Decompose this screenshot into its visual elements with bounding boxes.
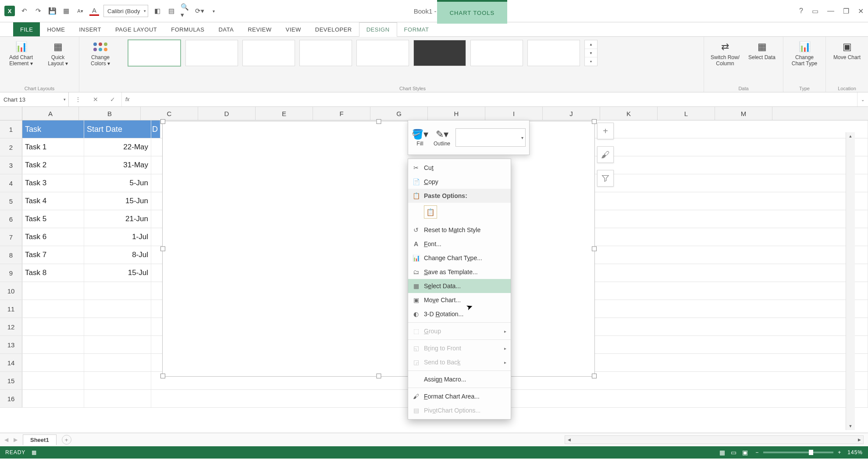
cell[interactable] <box>22 318 84 335</box>
cell[interactable]: Task 8 <box>22 264 84 282</box>
resize-handle[interactable] <box>160 374 165 378</box>
qat-refresh-icon[interactable]: ⟳▾ <box>195 6 204 16</box>
col-header-m[interactable]: M <box>715 107 772 120</box>
vertical-scrollbar[interactable]: ▲▼ <box>846 132 855 430</box>
chart-style-7[interactable] <box>470 40 523 66</box>
ctx-paste-option-1[interactable]: 📋 <box>408 203 511 223</box>
col-header-d[interactable]: D <box>198 107 256 120</box>
minimize-icon[interactable]: — <box>827 7 834 15</box>
col-header-k[interactable]: K <box>600 107 658 120</box>
col-header-b[interactable]: B <box>79 107 141 120</box>
tab-formulas[interactable]: FORMULAS <box>164 22 211 36</box>
col-header-e[interactable]: E <box>256 107 313 120</box>
ctx-font[interactable]: AFont... <box>408 237 511 251</box>
cell[interactable]: Task 1 <box>22 138 84 156</box>
cell[interactable]: Task 6 <box>22 228 84 246</box>
chart-style-8[interactable] <box>527 40 580 66</box>
chart-style-2[interactable] <box>185 40 238 66</box>
zoom-level[interactable]: 145% <box>847 449 863 455</box>
cell[interactable] <box>84 390 151 407</box>
col-header-l[interactable]: L <box>658 107 715 120</box>
formula-enter-icon[interactable]: ✓ <box>110 96 115 103</box>
chart-style-5[interactable] <box>356 40 409 66</box>
mini-fill-button[interactable]: 🪣▾ Fill <box>412 128 428 147</box>
resize-handle[interactable] <box>160 119 165 124</box>
add-chart-element-button[interactable]: 📊 Add Chart Element ▾ <box>6 39 36 67</box>
cell[interactable]: 5-Jun <box>84 174 151 192</box>
zoom-slider[interactable] <box>763 452 833 453</box>
new-sheet-button[interactable]: + <box>62 435 71 445</box>
row-header[interactable]: 1 <box>0 120 22 138</box>
cell[interactable] <box>22 390 84 407</box>
sheet-tab-sheet1[interactable]: Sheet1 <box>23 434 57 445</box>
qat-customize-icon[interactable]: ▾ <box>209 6 218 16</box>
cell[interactable] <box>84 318 151 335</box>
row-header[interactable]: 5 <box>0 192 22 210</box>
ctx-save-as-template[interactable]: 🗂Save as Template... <box>408 265 511 279</box>
mini-style-dropdown[interactable] <box>455 128 526 147</box>
zoom-in-button[interactable]: + <box>838 449 841 455</box>
ctx-select-data[interactable]: ▦Select Data... <box>408 279 511 293</box>
cell[interactable]: Task <box>22 120 84 138</box>
col-header-j[interactable]: J <box>543 107 600 120</box>
tab-format[interactable]: FORMAT <box>397 22 436 36</box>
col-header-h[interactable]: H <box>428 107 485 120</box>
ctx-3d-rotation[interactable]: ◐3-D Rotation... <box>408 307 511 321</box>
ctx-reset-match-style[interactable]: ↺Reset to Match Style <box>408 223 511 237</box>
chart-styles-button[interactable]: 🖌 <box>597 146 614 163</box>
name-box[interactable]: Chart 13 <box>0 92 69 106</box>
resize-handle[interactable] <box>376 119 381 124</box>
ctx-assign-macro[interactable]: Assign Macro... <box>408 372 511 386</box>
close-icon[interactable]: ✕ <box>858 7 864 15</box>
quick-layout-button[interactable]: ▦ Quick Layout ▾ <box>43 39 73 67</box>
view-page-layout-icon[interactable]: ▭ <box>731 449 737 456</box>
tab-file[interactable]: FILE <box>13 22 40 36</box>
row-header[interactable]: 12 <box>0 318 22 335</box>
col-header-f[interactable]: F <box>313 107 370 120</box>
row-header[interactable]: 10 <box>0 282 22 300</box>
view-normal-icon[interactable]: ▦ <box>719 449 726 456</box>
qat-icon-1[interactable]: ◧ <box>153 6 162 16</box>
cell[interactable]: 21-Jun <box>84 210 151 228</box>
cell[interactable]: 8-Jul <box>84 246 151 264</box>
cell[interactable]: Task 4 <box>22 192 84 210</box>
tab-view[interactable]: VIEW <box>279 22 308 36</box>
cell[interactable] <box>84 372 151 389</box>
row-header[interactable]: 4 <box>0 174 22 192</box>
sheet-nav-prev-icon[interactable]: ◀ <box>4 437 8 443</box>
tab-developer[interactable]: DEVELOPER <box>308 22 359 36</box>
tab-design[interactable]: DESIGN <box>359 22 397 37</box>
chart-style-6[interactable] <box>413 40 466 66</box>
row-header[interactable]: 3 <box>0 156 22 174</box>
excel-logo-icon[interactable]: X <box>4 6 15 16</box>
chart-filters-button[interactable] <box>597 170 614 187</box>
cell[interactable]: D <box>151 120 160 138</box>
ctx-move-chart[interactable]: ▣Move Chart... <box>408 293 511 307</box>
cell[interactable]: Task 2 <box>22 156 84 174</box>
chart-style-4[interactable] <box>299 40 352 66</box>
ctx-copy[interactable]: 📄Copy <box>408 175 511 189</box>
col-header-g[interactable]: G <box>370 107 428 120</box>
row-header[interactable]: 7 <box>0 228 22 246</box>
restore-icon[interactable]: ❐ <box>843 7 849 15</box>
font-color-icon[interactable]: A <box>89 7 99 16</box>
ctx-format-chart-area[interactable]: 🖌Format Chart Area... <box>408 389 511 403</box>
cell[interactable] <box>84 300 151 318</box>
view-page-break-icon[interactable]: ▣ <box>742 449 748 456</box>
switch-row-column-button[interactable]: ⇄ Switch Row/ Column <box>710 39 740 67</box>
cell[interactable]: 22-May <box>84 138 151 156</box>
change-chart-type-button[interactable]: 📊 Change Chart Type <box>790 39 819 67</box>
qat-zoom-icon[interactable]: 🔍▾ <box>181 6 190 16</box>
cell[interactable]: 15-Jun <box>84 192 151 210</box>
cell[interactable] <box>84 336 151 353</box>
cell[interactable]: 15-Jul <box>84 264 151 282</box>
save-icon[interactable]: 💾 <box>47 6 57 16</box>
cell[interactable] <box>22 282 84 300</box>
col-header-c[interactable]: C <box>141 107 198 120</box>
undo-icon[interactable]: ↶ <box>19 6 29 16</box>
row-header[interactable]: 15 <box>0 372 22 389</box>
formula-dropdown-icon[interactable]: ⋮ <box>75 96 81 103</box>
ctx-change-chart-type[interactable]: 📊Change Chart Type... <box>408 251 511 265</box>
row-header[interactable]: 2 <box>0 138 22 156</box>
cell[interactable]: Task 7 <box>22 246 84 264</box>
